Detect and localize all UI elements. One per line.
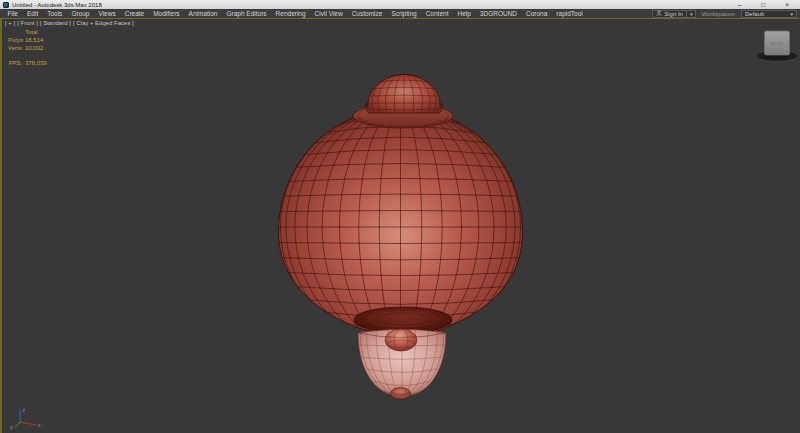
menu-item-corona[interactable]: Corona	[522, 9, 552, 18]
menu-item-animation[interactable]: Animation	[184, 9, 222, 18]
close-button[interactable]: ×	[785, 0, 789, 9]
viewport-label: [ + ] [ Front ] [ Standard ] [ Clay + Ed…	[5, 20, 134, 26]
stats-total-label: Total	[25, 28, 38, 36]
divider	[686, 11, 687, 17]
menu-item-content[interactable]: Content	[421, 9, 453, 18]
menu-item-rendering[interactable]: Rendering	[271, 9, 310, 18]
menu-bar: File Edit Tools Group Views Create Modif…	[0, 9, 800, 19]
menu-item-scripting[interactable]: Scripting	[387, 9, 421, 18]
model-wireframe-sphere[interactable]	[278, 74, 523, 400]
menu-item-civil-view[interactable]: Civil View	[310, 9, 347, 18]
workspace-selector[interactable]: Default ▾	[741, 10, 797, 18]
stats-verts-label: Verts:	[8, 44, 22, 52]
chevron-down-icon: ▾	[790, 10, 793, 18]
user-icon	[656, 10, 662, 17]
menu-item-views[interactable]: Views	[94, 9, 120, 18]
menubar-right: Sign In ▾ Workspaces: Default ▾	[652, 10, 800, 18]
menu-item-customize[interactable]: Customize	[347, 9, 387, 18]
menu-item-file[interactable]: File	[3, 9, 22, 18]
window-controls: – □ ×	[738, 0, 797, 9]
viewport-menu-standard[interactable]: [ Standard ]	[40, 20, 71, 26]
app-icon	[3, 2, 9, 8]
menu-item-help[interactable]: Help	[453, 9, 475, 18]
sign-in-label: Sign In	[664, 11, 683, 17]
sign-in-button[interactable]: Sign In ▾	[652, 10, 696, 18]
axis-y-label: y	[10, 424, 13, 430]
stats-spacer	[8, 28, 22, 36]
axis-z-label: z	[23, 407, 26, 413]
stats-fps-label: FPS:	[8, 59, 22, 67]
main-menus: File Edit Tools Group Views Create Modif…	[0, 9, 587, 18]
chevron-down-icon[interactable]: ▾	[690, 10, 693, 18]
stats-verts-value: 10,002	[25, 44, 43, 52]
viewcube-face-label: FRONT	[770, 41, 784, 46]
workspaces-label: Workspaces:	[701, 11, 736, 17]
menu-item-tools[interactable]: Tools	[43, 9, 67, 18]
restore-button[interactable]: □	[761, 0, 765, 9]
menu-item-create[interactable]: Create	[120, 9, 149, 18]
statistics-overlay: Total Polys: 18,514 Verts: 10,002 FPS: 3…	[8, 28, 47, 67]
axis-x-label: x	[38, 422, 41, 428]
menu-item-modifiers[interactable]: Modifiers	[149, 9, 184, 18]
menu-item-edit[interactable]: Edit	[22, 9, 42, 18]
viewport-menu-pov[interactable]: [ Front ]	[17, 20, 38, 26]
viewport-canvas[interactable]: FRONTzxy	[2, 19, 800, 433]
viewport-menu-shading[interactable]: [ Clay + Edged Faces ]	[73, 20, 134, 26]
stats-fps-value: 376,039	[25, 59, 47, 67]
menu-item-group[interactable]: Group	[67, 9, 94, 18]
workspace-value: Default	[745, 11, 764, 17]
stats-polys-label: Polys:	[8, 36, 22, 44]
minimize-button[interactable]: –	[738, 0, 742, 9]
viewport[interactable]: FRONTzxy [ + ] [ Front ] [ Standard ] [ …	[0, 19, 800, 433]
window-title: Untitled - Autodesk 3ds Max 2018	[12, 2, 102, 8]
viewport-menu-general[interactable]: [ + ]	[5, 20, 15, 26]
menu-item-rapidtool[interactable]: rapidTool	[552, 9, 587, 18]
title-bar: Untitled - Autodesk 3ds Max 2018 – □ ×	[0, 0, 800, 9]
stats-polys-value: 18,514	[25, 36, 43, 44]
3ds-max-window: Untitled - Autodesk 3ds Max 2018 – □ × F…	[0, 0, 800, 433]
world-axis-gizmo: zxy	[10, 407, 41, 430]
menu-item-graph-editors[interactable]: Graph Editors	[222, 9, 271, 18]
viewcube[interactable]: FRONT	[756, 31, 798, 62]
menu-item-3dground[interactable]: 3DGROUND	[475, 9, 521, 18]
